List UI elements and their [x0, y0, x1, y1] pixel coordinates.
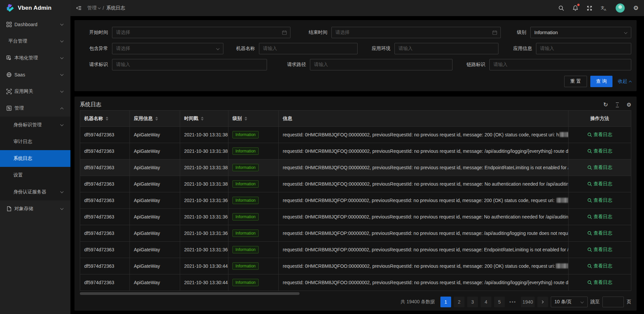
magnifier-icon [587, 214, 592, 219]
query-button[interactable]: 查 询 [590, 76, 612, 87]
sidebar-item-dashboard[interactable]: Dashboard [0, 16, 70, 33]
table-row[interactable]: df5974d72363ApiGateWay2021-10-30 13:30:4… [80, 258, 631, 274]
cell-timestamp: 2021-10-30 13:31:38 [180, 160, 228, 176]
search-icon[interactable] [558, 5, 564, 11]
view-log-link[interactable]: 查看日志 [587, 132, 612, 138]
cell-app-info: ApiGateWay [130, 127, 180, 143]
page-size-select[interactable]: 10 条/页 [551, 297, 588, 307]
sort-icon[interactable] [201, 117, 204, 121]
reset-button[interactable]: 重 置 [564, 76, 587, 87]
table-row[interactable]: df5974d72363ApiGateWay2021-10-30 13:31:3… [80, 192, 631, 209]
table-row[interactable]: df5974d72363ApiGateWay2021-10-30 13:31:3… [80, 225, 631, 242]
settings-gear-icon[interactable]: ⚙ [633, 5, 639, 11]
level-select[interactable]: Information [530, 27, 631, 38]
sidebar-item-platform[interactable]: 平台管理 [0, 33, 70, 50]
sidebar-item-management[interactable]: 管理 [0, 100, 70, 117]
refresh-icon[interactable]: ↻ [603, 102, 608, 108]
cell-app-info: ApiGateWay [130, 160, 180, 176]
breadcrumb-section[interactable]: 管理 [87, 5, 100, 11]
view-log-link[interactable]: 查看日志 [587, 214, 612, 220]
view-log-link[interactable]: 查看日志 [587, 279, 612, 286]
redacted-blur [556, 263, 569, 268]
sort-icon[interactable] [155, 117, 158, 121]
chevron-up-icon [60, 108, 64, 111]
column-settings-icon[interactable]: ⚙ [627, 102, 631, 108]
trace-id-input[interactable]: 请输入 [489, 59, 631, 70]
view-log-link[interactable]: 查看日志 [587, 148, 612, 154]
next-page-button[interactable] [537, 297, 548, 307]
view-log-link[interactable]: 查看日志 [587, 165, 612, 171]
table-row[interactable]: df5974d72363ApiGateWay2021-10-30 13:31:3… [80, 242, 631, 258]
request-id-input[interactable]: 请输入 [112, 59, 267, 70]
start-time-datepicker[interactable]: 请选择 [112, 27, 290, 38]
table-header-row: 机器名称 应用信息 时间戳 级别 信息 操作方法 [80, 111, 631, 127]
col-app-info[interactable]: 应用信息 [130, 111, 180, 127]
magnifier-icon [587, 247, 592, 252]
sidebar-item-localization[interactable]: 本地化管理 [0, 50, 70, 66]
page-button[interactable]: 4 [481, 297, 491, 307]
collapse-filter-link[interactable]: 收起 [618, 78, 631, 84]
row-height-icon[interactable]: ↕ [616, 103, 619, 107]
view-log-link[interactable]: 查看日志 [587, 230, 612, 236]
app-env-input[interactable]: 请输入 [394, 43, 498, 54]
view-log-link[interactable]: 查看日志 [587, 181, 612, 187]
view-log-link[interactable]: 查看日志 [587, 247, 612, 253]
logo[interactable]: Vben Admin [0, 0, 70, 16]
col-timestamp[interactable]: 时间戳 [180, 111, 228, 127]
sidebar-item-saas[interactable]: Saas [0, 66, 70, 83]
notification-bell-icon[interactable] [573, 5, 578, 11]
machine-name-input[interactable]: 请输入 [259, 43, 358, 54]
table-row[interactable]: df5974d72363ApiGateWay2021-10-30 13:31:3… [80, 160, 631, 176]
sidebar-item-settings[interactable]: 设置 [0, 167, 70, 184]
table-row[interactable]: df5974d72363ApiGateWay2021-10-30 13:31:3… [80, 127, 631, 143]
request-path-input[interactable]: 请输入 [310, 59, 452, 70]
page-button[interactable]: 2 [454, 297, 465, 307]
main-content: 开始时间 请选择 结束时间 请选择 级别 Information 包含异常 [70, 16, 644, 314]
cell-machine-name: df5974d72363 [80, 143, 130, 160]
menu-fold-icon[interactable] [76, 5, 82, 11]
top-bar: 管理 / 系统日志 文A ⚙ [70, 0, 644, 16]
col-level[interactable]: 级别 [228, 111, 279, 127]
cell-actions: 查看日志 [569, 209, 631, 225]
table-body: df5974d72363ApiGateWay2021-10-30 13:31:3… [80, 127, 631, 291]
calendar-icon [282, 30, 287, 35]
view-log-link[interactable]: 查看日志 [587, 197, 612, 203]
breadcrumb: 管理 / 系统日志 [87, 5, 125, 11]
app-info-input[interactable]: 请输入 [536, 43, 631, 54]
end-time-datepicker[interactable]: 请选择 [331, 27, 501, 38]
sidebar-item-auth-server[interactable]: 身份认证服务器 [0, 184, 70, 200]
sidebar-item-system-log[interactable]: 系统日志 [0, 150, 70, 167]
view-log-link[interactable]: 查看日志 [587, 263, 612, 269]
localization-icon [6, 55, 12, 61]
magnifier-icon [587, 149, 592, 153]
cell-message: requestId: 0HMCRBM8JQFOQ:00000002, previ… [279, 143, 569, 160]
app-title: Vben Admin [18, 5, 52, 11]
table-row[interactable]: df5974d72363ApiGateWay2021-10-30 13:30:4… [80, 274, 631, 291]
sidebar-item-audit-log[interactable]: 审计日志 [0, 133, 70, 150]
page-button[interactable]: 3 [467, 297, 478, 307]
table-row[interactable]: df5974d72363ApiGateWay2021-10-30 13:31:3… [80, 176, 631, 192]
table-row[interactable]: df5974d72363ApiGateWay2021-10-30 13:31:3… [80, 209, 631, 225]
sort-icon[interactable] [106, 117, 108, 121]
cell-timestamp: 2021-10-30 13:31:36 [180, 209, 228, 225]
table-toolbar: ↻ ↕ ⚙ [603, 102, 631, 108]
sidebar-item-object-storage[interactable]: 对象存储 [0, 200, 70, 217]
sidebar-item-identity-management[interactable]: 身份标识管理 [0, 117, 70, 133]
fullscreen-icon[interactable] [587, 5, 592, 11]
has-exception-select[interactable]: 请选择 [112, 43, 223, 54]
cell-machine-name: df5974d72363 [80, 242, 130, 258]
sort-icon[interactable] [245, 117, 247, 121]
col-machine-name[interactable]: 机器名称 [80, 111, 130, 127]
page-jump-input[interactable] [602, 297, 624, 307]
level-badge: Information [232, 230, 259, 237]
table-row[interactable]: df5974d72363ApiGateWay2021-10-30 13:31:3… [80, 143, 631, 160]
page-button[interactable]: 5 [494, 297, 505, 307]
translate-icon[interactable]: 文A [601, 5, 607, 11]
sidebar-item-gateway[interactable]: 应用网关 [0, 83, 70, 100]
user-avatar[interactable] [615, 3, 625, 13]
page-ellipsis[interactable]: ••• [507, 297, 518, 307]
request-path-label: 请求路径 [267, 62, 310, 68]
page-button[interactable]: 1940 [521, 297, 535, 307]
scrollbar-thumb[interactable] [80, 292, 300, 295]
page-button-active[interactable]: 1 [440, 297, 451, 307]
